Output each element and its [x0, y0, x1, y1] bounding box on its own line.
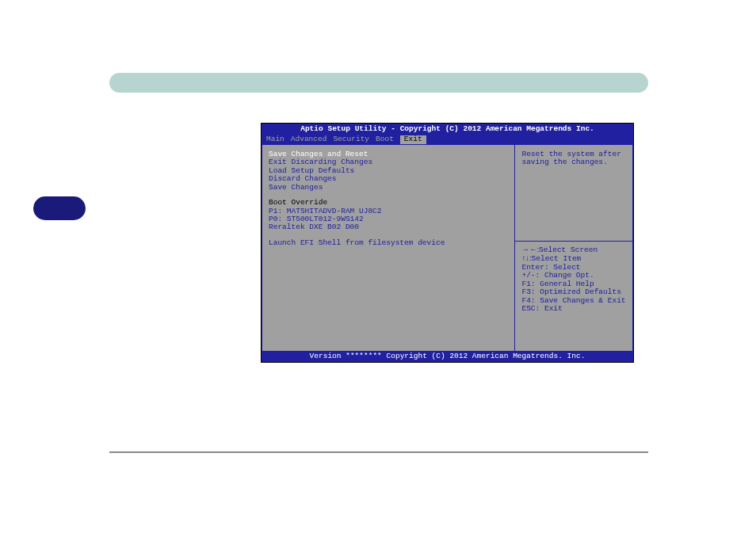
menu-launch-efi[interactable]: Launch EFI Shell from filesystem device [269, 239, 508, 247]
tab-security[interactable]: Security [333, 135, 369, 143]
bios-tab-bar: Main Advanced Security Boot Exit [262, 135, 633, 144]
bios-footer: Version ******** Copyright (C) 2012 Amer… [262, 351, 633, 362]
bios-title: Aptio Setup Utility - Copyright (C) 2012… [262, 124, 633, 135]
decorative-pill [33, 196, 86, 220]
item-help-text: Reset the system after saving the change… [515, 145, 632, 242]
bios-window: Aptio Setup Utility - Copyright (C) 2012… [261, 123, 634, 363]
decorative-bar-bottom [109, 451, 648, 453]
help-esc: ESC: Exit [521, 305, 626, 313]
decorative-bar-top [109, 73, 648, 93]
tab-main[interactable]: Main [266, 135, 284, 143]
boot-override-heading: Boot Override [269, 199, 508, 207]
tab-exit[interactable]: Exit [400, 135, 426, 143]
arrows-lr-icon: →←: [521, 245, 539, 253]
tab-advanced[interactable]: Advanced [291, 135, 327, 143]
arrows-ud-icon: ↑↓: [521, 253, 531, 262]
bios-menu-panel: Save Changes and Reset Exit Discarding C… [262, 145, 515, 362]
help-f3: F3: Optimized Defaults [521, 288, 626, 296]
menu-save-changes[interactable]: Save Changes [269, 184, 508, 192]
boot-device-realtek[interactable]: Reraltek DXE B02 D00 [269, 223, 508, 231]
help-select-screen: →←:Select Screen [521, 246, 626, 254]
key-help: →←:Select Screen ↑↓:Select Item Enter: S… [515, 242, 632, 361]
tab-boot[interactable]: Boot [376, 135, 394, 143]
bios-help-panel: Reset the system after saving the change… [515, 145, 633, 362]
bios-body: Save Changes and Reset Exit Discarding C… [262, 145, 633, 362]
